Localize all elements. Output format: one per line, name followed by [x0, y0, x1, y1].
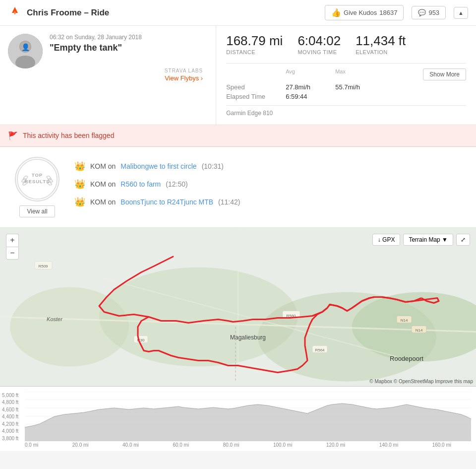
view-all-button[interactable]: View all — [19, 205, 55, 217]
y-label-2: 4,600 ft — [2, 407, 22, 412]
elevation-chart: 5,000 ft 4,800 ft 4,600 ft 4,400 ft 4,20… — [0, 392, 476, 441]
elapsed-label: Elapsed Time — [226, 93, 286, 100]
main-stats: 168.79 mi Distance 6:04:02 Moving Time 1… — [226, 34, 466, 55]
give-kudos-button[interactable]: 👍 Give Kudos 18637 — [325, 5, 404, 20]
kom-item-1: 👑 KOM on Malibongwe to first circle (10:… — [74, 161, 466, 172]
expand-map-button[interactable]: ⤢ — [456, 234, 470, 246]
x-label-8: 160.0 mi — [432, 442, 451, 448]
chevron-up-icon: ▲ — [458, 10, 464, 16]
kom-segment-1[interactable]: Malibongwe to first circle — [120, 162, 196, 170]
x-label-6: 120.0 mi — [326, 442, 345, 448]
elevation-y-axis: 5,000 ft 4,800 ft 4,600 ft 4,400 ft 4,20… — [0, 392, 25, 441]
elapsed-value: 6:59:44 — [286, 93, 335, 100]
elevation-stat: 11,434 ft Elevation — [356, 34, 406, 55]
moving-time-stat: 6:04:02 Moving Time — [298, 34, 341, 55]
gpx-download-button[interactable]: ↓ GPX — [372, 234, 401, 246]
zoom-out-button[interactable]: − — [6, 247, 19, 260]
elevation-value: 11,434 ft — [356, 34, 406, 48]
map-controls: + − — [6, 234, 19, 260]
speed-stat-row: Speed 27.8mi/h 55.7mi/h — [226, 83, 466, 91]
stats-header-row: Avg Max Show More — [226, 68, 466, 80]
activity-left: 👤 06:32 on Sunday, 28 January 2018 "Empt… — [0, 26, 216, 125]
header-right: 👍 Give Kudos 18637 💬 953 ▲ — [325, 5, 468, 20]
activity-right: 168.79 mi Distance 6:04:02 Moving Time 1… — [216, 26, 476, 125]
activity-panel: 👤 06:32 on Sunday, 28 January 2018 "Empt… — [0, 26, 476, 125]
comment-icon: 💬 — [418, 9, 426, 16]
zoom-in-button[interactable]: + — [6, 234, 19, 247]
svg-text:TOP: TOP — [32, 172, 43, 178]
header-left: Chris Froome – Ride — [8, 6, 109, 20]
x-label-2: 40.0 mi — [122, 442, 139, 448]
elevation-x-axis: 0.0 mi 20.0 mi 40.0 mi 60.0 mi 80.0 mi 1… — [0, 441, 476, 448]
svg-text:N14: N14 — [416, 328, 423, 332]
x-label-5: 100.0 mi — [273, 442, 292, 448]
svg-text:R564: R564 — [315, 347, 325, 352]
kom-item-3: 👑 KOM on BoonsTjunc to R24Tjunc MTB (11:… — [74, 197, 466, 207]
strava-labs-label: STRAVA LABS — [50, 68, 203, 73]
flagged-banner: 🚩 This activity has been flagged — [0, 125, 476, 147]
y-label-6: 3,800 ft — [2, 436, 22, 441]
kom-list: 👑 KOM on Malibongwe to first circle (10:… — [74, 157, 466, 207]
svg-text:RESULTS: RESULTS — [25, 178, 50, 184]
map-top-right: ↓ GPX Terrain Map ▼ ⤢ — [372, 234, 470, 246]
col-empty — [226, 68, 286, 80]
speed-avg: 27.8mi/h — [286, 83, 335, 91]
svg-text:N14: N14 — [401, 318, 408, 322]
distance-stat: 168.79 mi Distance — [226, 34, 283, 55]
avg-header: Avg — [286, 68, 335, 80]
avatar-image: 👤 — [8, 34, 43, 68]
x-label-3: 60.0 mi — [173, 442, 189, 448]
speed-label: Speed — [226, 83, 286, 91]
stats-detail: Avg Max Show More Speed 27.8mi/h 55.7mi/… — [226, 63, 466, 117]
x-label-1: 20.0 mi — [72, 442, 89, 448]
give-kudos-label: Give Kudos — [344, 9, 377, 16]
header: Chris Froome – Ride 👍 Give Kudos 18637 💬… — [0, 0, 476, 26]
avatar-svg: 👤 — [8, 34, 43, 68]
kom-segment-2[interactable]: R560 to farm — [120, 180, 161, 188]
view-flybys-link[interactable]: View Flybys › — [50, 74, 203, 82]
svg-text:Roodepoort: Roodepoort — [390, 354, 423, 362]
kom-time-1: (10:31) — [202, 162, 224, 170]
distance-label: Distance — [226, 49, 283, 55]
badge-circle: TOP RESULTS — [15, 157, 60, 201]
device-name: Garmin Edge 810 — [226, 110, 273, 117]
activity-name: "Empty the tank" — [50, 43, 208, 53]
kom-label-3: KOM on — [90, 198, 116, 206]
elevation-svg — [25, 392, 471, 441]
map-section: R509 R560 N14 N14 R30 R564 Koster Magali… — [0, 228, 476, 387]
y-label-4: 4,200 ft — [2, 421, 22, 427]
svg-text:👤: 👤 — [21, 43, 30, 52]
max-header: Max — [335, 68, 385, 80]
terrain-map-button[interactable]: Terrain Map ▼ — [403, 234, 453, 246]
kom-time-2: (12:50) — [166, 180, 187, 188]
map-background: R509 R560 N14 N14 R30 R564 Koster Magali… — [0, 228, 476, 386]
kom-label-2: KOM on — [90, 180, 116, 188]
distance-value: 168.79 mi — [226, 34, 283, 48]
moving-time-value: 6:04:02 — [298, 34, 341, 48]
device-row: Garmin Edge 810 — [226, 105, 466, 117]
top-results-section: TOP RESULTS View all 👑 KOM on Malibongwe… — [0, 147, 476, 228]
kom-item-2: 👑 KOM on R560 to farm (12:50) — [74, 179, 466, 190]
kudos-count: 18637 — [379, 9, 397, 16]
map-attribution: © Mapbox © OpenStreetMap Improve this ma… — [369, 379, 473, 384]
elevation-label: Elevation — [356, 49, 406, 55]
comments-button[interactable]: 💬 953 — [412, 6, 446, 19]
y-label-5: 4,000 ft — [2, 428, 22, 434]
elapsed-stat-row: Elapsed Time 6:59:44 — [226, 93, 466, 100]
kom-segment-3[interactable]: BoonsTjunc to R24Tjunc MTB — [120, 198, 213, 206]
strava-logo-icon — [8, 6, 22, 20]
crown-icon-2: 👑 — [74, 179, 85, 190]
thumbs-up-icon: 👍 — [331, 8, 341, 17]
flag-icon: 🚩 — [8, 131, 18, 140]
y-label-3: 4,400 ft — [2, 414, 22, 419]
avatar: 👤 — [8, 34, 43, 68]
top-results-badge: TOP RESULTS View all — [10, 157, 64, 217]
kom-time-3: (11:42) — [218, 198, 240, 206]
svg-text:R509: R509 — [38, 264, 48, 268]
elevation-section: 5,000 ft 4,800 ft 4,600 ft 4,400 ft 4,20… — [0, 387, 476, 451]
moving-time-label: Moving Time — [298, 49, 341, 55]
y-label-1: 4,800 ft — [2, 400, 22, 405]
collapse-button[interactable]: ▲ — [454, 7, 468, 19]
show-more-button[interactable]: Show More — [423, 68, 466, 80]
crown-icon-3: 👑 — [74, 197, 85, 207]
